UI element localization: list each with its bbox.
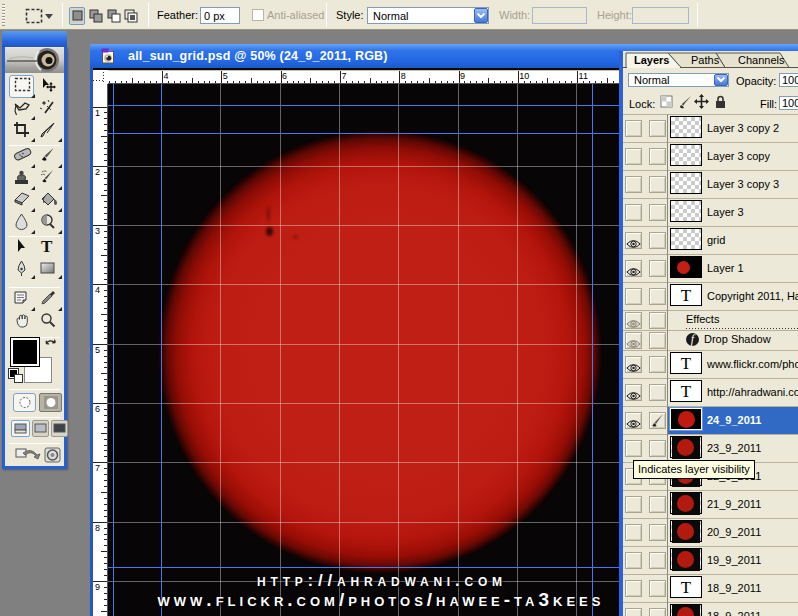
svg-text:T: T: [41, 238, 53, 254]
